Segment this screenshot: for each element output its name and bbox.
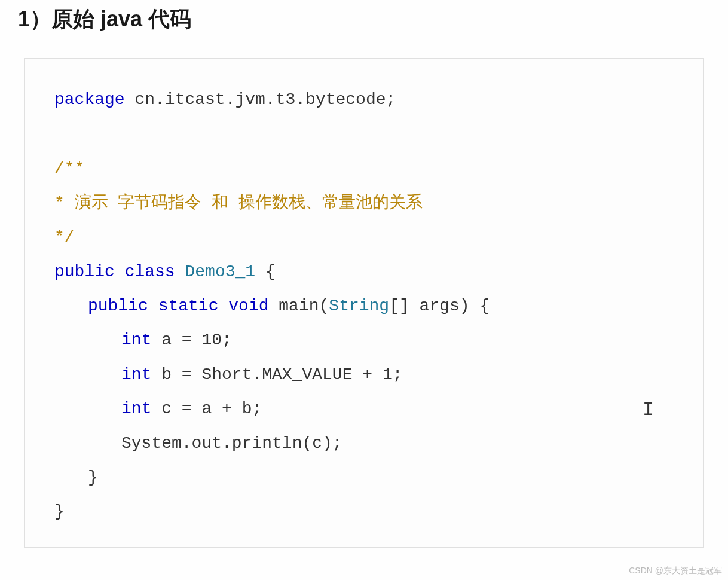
code-line: System.out.println(c); [54, 426, 674, 460]
comment-body: * 演示 字节码指令 和 操作数栈、常量池的关系 [54, 194, 423, 212]
keyword-void: void [228, 297, 268, 315]
params-rest: [] args) { [389, 297, 490, 315]
var-b: b = Short.MAX_VALUE + [151, 365, 382, 384]
space [148, 297, 158, 315]
package-name: cn.itcast.jvm.t3.bytecode; [125, 90, 396, 109]
keyword-public: public [88, 297, 148, 315]
semicolon: ; [222, 331, 232, 349]
method-name: main [279, 297, 319, 315]
text-cursor-icon: I [643, 390, 644, 412]
semicolon: ; [393, 365, 403, 384]
keyword-class: class [125, 262, 175, 281]
literal-10: 10 [201, 331, 222, 349]
code-line: } [54, 460, 674, 494]
code-line: public static void main(String[] args) { [54, 289, 674, 323]
var-a: a = [151, 331, 201, 349]
keyword-int: int [121, 399, 151, 418]
var-c: c = a + b; [151, 399, 262, 418]
code-line: package cn.itcast.jvm.t3.bytecode; [54, 83, 674, 117]
code-line: int b = Short.MAX_VALUE + 1; [54, 358, 674, 392]
code-block: package cn.itcast.jvm.t3.bytecode; /** *… [24, 58, 704, 548]
code-line: * 演示 字节码指令 和 操作数栈、常量池的关系 [54, 186, 674, 220]
space [175, 262, 185, 281]
brace: { [255, 262, 276, 281]
space [269, 297, 279, 315]
keyword-static: static [158, 297, 219, 315]
text-caret [97, 469, 97, 487]
space [115, 262, 125, 281]
code-line: } [54, 494, 674, 529]
keyword-public: public [54, 262, 115, 281]
code-line: */ [54, 220, 674, 254]
keyword-int: int [121, 365, 151, 384]
println-call: System.out.println(c); [121, 434, 342, 453]
space [218, 297, 228, 315]
keyword-package: package [54, 90, 125, 109]
code-line: int a = 10; [54, 323, 674, 357]
literal-1: 1 [383, 365, 393, 384]
paren: ( [319, 297, 329, 315]
blank-line [54, 117, 674, 151]
section-heading: 1）原始 java 代码 [0, 0, 728, 58]
type-string: String [329, 297, 389, 315]
class-name: Demo3_1 [185, 262, 255, 281]
code-line: int c = a + b; [54, 392, 674, 426]
keyword-int: int [121, 331, 151, 349]
comment-open: /** [54, 159, 84, 178]
code-line: /** [54, 151, 674, 185]
brace-close: } [54, 502, 65, 521]
code-line: public class Demo3_1 { [54, 255, 674, 289]
comment-close: */ [54, 228, 75, 246]
